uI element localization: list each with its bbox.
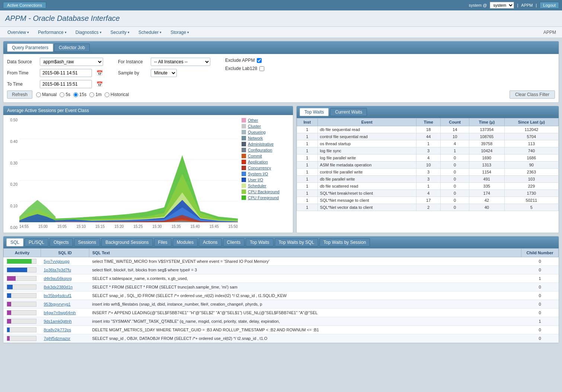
- tab-background-sessions[interactable]: Background Sessions: [101, 238, 153, 246]
- sql-id-cell: 8ca8v2jk772ps: [41, 326, 89, 334]
- from-time-input[interactable]: [40, 69, 92, 77]
- sql-id-link[interactable]: 8xk3dx2380d1n: [44, 285, 73, 289]
- waits-time-micro: 40: [469, 204, 504, 211]
- legend-concurrency[interactable]: Concurrency: [242, 166, 290, 170]
- sql-id-link[interactable]: bv35bq4sdcuf1: [44, 293, 72, 298]
- sql-id-cell: 9ds1amk0gttnh: [41, 317, 89, 326]
- exclude-appm-checkbox[interactable]: [257, 58, 262, 63]
- sql-text-cell: SELECT snap_id , OBJ#, DATAOBJ# FROM (SE…: [89, 334, 521, 343]
- sample-by-select[interactable]: Minute: [151, 69, 177, 77]
- waits-time: 18: [416, 126, 441, 133]
- legend-configuration[interactable]: Configuration: [242, 148, 290, 152]
- sql-activity-cell: [4, 317, 41, 326]
- radio-1m[interactable]: 1m: [89, 92, 102, 97]
- sample-by-label: Sample by: [118, 70, 148, 76]
- tab-top-waits-session[interactable]: Top Waits by Session: [319, 238, 370, 246]
- current-waits-tab[interactable]: Current Waits: [330, 108, 367, 116]
- legend-network[interactable]: Network: [242, 136, 290, 140]
- sql-id-link[interactable]: 5yv7vvigixugg: [44, 259, 70, 264]
- tab-sessions[interactable]: Sessions: [74, 238, 100, 246]
- refresh-button[interactable]: Refresh: [7, 90, 32, 99]
- activity-bar: [7, 328, 10, 332]
- nav-item-diagnostics[interactable]: Diagnostics ▾: [71, 28, 106, 37]
- radio-historical[interactable]: Historical: [105, 92, 129, 97]
- waits-event: log file parallel write: [317, 154, 416, 162]
- nav-item-performance[interactable]: Performance ▾: [33, 28, 71, 37]
- radio-5s[interactable]: 5s: [60, 92, 70, 97]
- legend-other[interactable]: Other: [242, 118, 290, 122]
- logout-button[interactable]: Logout: [540, 2, 559, 9]
- sql-id-link[interactable]: 1p36ta7p3d7fu: [44, 268, 71, 272]
- sql-id-link[interactable]: 9ds1amk0gttnh: [44, 319, 72, 324]
- tab-clients[interactable]: Clients: [223, 238, 245, 246]
- legend-application[interactable]: Application: [242, 160, 290, 164]
- chart-plot: [19, 118, 238, 222]
- sql-id-link[interactable]: 953bgyvrvryg1: [44, 302, 71, 306]
- legend-commit[interactable]: Commit: [242, 154, 290, 158]
- legend-scheduler[interactable]: Scheduler: [242, 184, 290, 188]
- waits-time: 1: [416, 140, 441, 147]
- clear-class-filter-button[interactable]: Clear Class Filter: [510, 90, 555, 99]
- legend-administrative[interactable]: Administrative: [242, 142, 290, 146]
- tab-modules[interactable]: Modules: [173, 238, 198, 246]
- user-select[interactable]: system: [490, 2, 514, 9]
- appm-link[interactable]: APPM: [521, 3, 533, 7]
- for-instance-select[interactable]: -- All Instances --: [151, 58, 210, 66]
- tab-top-waits[interactable]: Top Waits: [246, 238, 273, 246]
- storage-arrow-icon: ▾: [187, 31, 189, 34]
- legend-queueing[interactable]: Queueing: [242, 130, 290, 134]
- waits-inst: 1: [297, 154, 318, 162]
- nav-item-overview[interactable]: Overview ▾: [3, 28, 33, 37]
- waits-since-last: 1730: [504, 190, 558, 197]
- to-time-input[interactable]: [40, 80, 92, 88]
- chart-panel: Average Active Sessions per Event Class …: [3, 106, 293, 233]
- to-time-calendar-icon[interactable]: 📅: [96, 81, 103, 87]
- sql-id-link[interactable]: d4k9au56kqsrg: [44, 276, 72, 281]
- activity-bar: [7, 319, 12, 324]
- legend-cpu-background[interactable]: CPU Background: [242, 189, 290, 194]
- legend-user-io[interactable]: User I/O: [242, 178, 290, 182]
- sql-id-link[interactable]: b4gw7n9wg64mh: [44, 310, 76, 315]
- security-arrow-icon: ▾: [128, 31, 130, 34]
- nav-item-storage[interactable]: Storage ▾: [166, 28, 194, 37]
- waits-count: 14: [441, 126, 469, 133]
- collector-job-tab[interactable]: Collector Job: [54, 44, 90, 52]
- exclude-lab128-checkbox[interactable]: [259, 66, 264, 71]
- radio-manual[interactable]: Manual: [36, 92, 57, 97]
- tab-top-waits-sql[interactable]: Top Waits by SQL: [275, 238, 319, 246]
- waits-since-last: 5: [504, 204, 558, 211]
- exclude-lab128-label: Exclude Lab128: [225, 66, 257, 71]
- waits-time-micro: 1313: [469, 162, 504, 169]
- query-parameters-tab[interactable]: Query Parameters: [7, 44, 53, 52]
- active-connections-button[interactable]: Active Connections: [3, 2, 46, 9]
- sql-id-link[interactable]: 8ca8v2jk772ps: [44, 328, 71, 332]
- top-waits-tab[interactable]: Top Waits: [300, 108, 329, 116]
- chart-svg: [19, 118, 238, 222]
- sql-id-link[interactable]: 7gihf5dzmazsr: [44, 336, 71, 341]
- waits-since-last: 2363: [504, 169, 558, 176]
- tab-actions[interactable]: Actions: [199, 238, 221, 246]
- tab-files[interactable]: Files: [154, 238, 172, 246]
- waits-since-last: 5704: [504, 133, 558, 140]
- chart-legend: Other Cluster Queueing Network: [242, 118, 290, 230]
- sql-text-cell: select TIME_WAITED_MICRO from V$SYSTEM_E…: [89, 257, 521, 266]
- radio-15s[interactable]: 15s: [73, 92, 86, 97]
- legend-cpu-foreground[interactable]: CPU Foreground: [242, 195, 290, 200]
- tab-plsql[interactable]: PL/SQL: [25, 238, 48, 246]
- nav-item-security[interactable]: Security ▾: [106, 28, 134, 37]
- legend-system-io[interactable]: System I/O: [242, 172, 290, 176]
- waits-table-row: 1 log file sync 3 1 10424 740: [297, 147, 559, 154]
- nav-item-scheduler[interactable]: Scheduler ▾: [134, 28, 166, 37]
- waits-inst: 1: [297, 147, 318, 154]
- waits-time: 3: [416, 147, 441, 154]
- from-time-calendar-icon[interactable]: 📅: [96, 70, 103, 76]
- tab-sql[interactable]: SQL: [6, 238, 23, 246]
- data-source-select[interactable]: appm$ash_raw: [40, 58, 103, 66]
- sql-col-sqltext: SQL Text: [89, 249, 521, 257]
- sql-id-cell: 5yv7vvigixugg: [41, 257, 89, 266]
- waits-time: 1: [416, 183, 441, 190]
- sql-table-row: b4gw7n9wg64mh INSERT /*+ APPEND LEADING(…: [4, 309, 559, 317]
- legend-cluster[interactable]: Cluster: [242, 124, 290, 128]
- tab-objects[interactable]: Objects: [50, 238, 73, 246]
- nav-right-label: APPM: [543, 30, 559, 35]
